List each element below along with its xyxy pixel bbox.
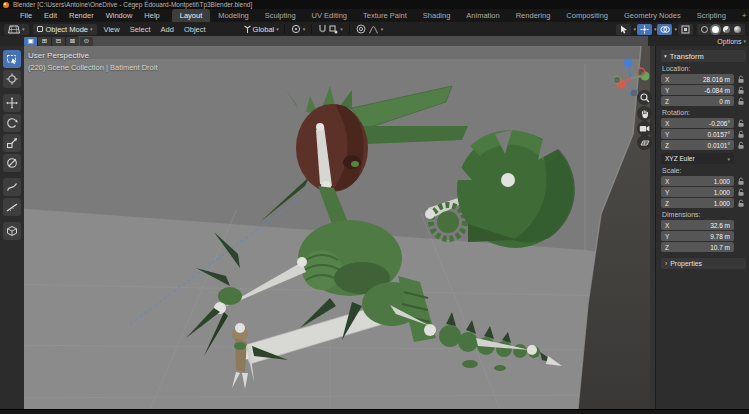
dimensions-label: Dimensions: [662, 211, 746, 218]
lock-icon[interactable] [736, 119, 746, 128]
select-set-button[interactable]: ▣ [24, 37, 37, 46]
topbar: File Edit Render Window Help Layout Mode… [0, 9, 749, 22]
toolbar [0, 46, 24, 409]
viewport-header: ▾ Object Mode ▾ View Select Add Object G… [0, 22, 749, 36]
proportional-editing-toggle[interactable] [356, 24, 366, 34]
selectability-filter-dropdown[interactable] [616, 24, 631, 35]
menu-select[interactable]: Select [130, 25, 151, 34]
mode-dropdown[interactable]: Object Mode ▾ [33, 24, 97, 35]
shading-wireframe-button[interactable] [701, 26, 708, 33]
tab-modeling[interactable]: Modeling [210, 9, 256, 22]
orientation-dropdown[interactable]: Global [253, 25, 275, 34]
dimensions-y-field[interactable]: Y 9.78 m [661, 231, 734, 241]
menu-file[interactable]: File [14, 11, 38, 20]
lock-icon[interactable] [736, 97, 746, 106]
dimensions-x-field[interactable]: X 32.6 m [661, 220, 734, 230]
sidebar-panel: ▾ Transform Location: X 28.016 m Y -6.08… [655, 46, 749, 409]
location-x-field[interactable]: X 28.016 m [661, 74, 734, 84]
gizmo-y-neg-axis[interactable] [613, 76, 621, 84]
tool-rotate[interactable] [3, 114, 21, 132]
menu-view[interactable]: View [104, 25, 120, 34]
tab-uv-editing[interactable]: UV Editing [304, 9, 355, 22]
pan-button[interactable] [637, 106, 652, 121]
pivot-point-dropdown[interactable]: ▾ [291, 24, 306, 34]
editor-type-button[interactable]: ▾ [4, 24, 29, 35]
tab-rendering[interactable]: Rendering [508, 9, 559, 22]
tool-add-cube[interactable] [3, 222, 21, 240]
xray-toggle[interactable] [678, 24, 693, 35]
location-y-field[interactable]: Y -6.084 m [661, 85, 734, 95]
lock-icon[interactable] [736, 130, 746, 139]
menu-object[interactable]: Object [184, 25, 206, 34]
shading-mode-group [697, 24, 745, 35]
tool-options-dropdown[interactable]: Options ▾ [717, 36, 746, 46]
transform-panel-header[interactable]: ▾ Transform [661, 50, 746, 62]
menu-edit[interactable]: Edit [38, 11, 63, 20]
tab-sculpting[interactable]: Sculpting [257, 9, 304, 22]
rotation-x-field[interactable]: X -0.206° [661, 118, 734, 128]
lock-icon[interactable] [736, 75, 746, 84]
rotation-label: Rotation: [662, 109, 746, 116]
lock-icon[interactable] [736, 199, 746, 208]
tab-animation[interactable]: Animation [458, 9, 507, 22]
lock-icon[interactable] [736, 86, 746, 95]
tab-layout[interactable]: Layout [172, 9, 211, 22]
tool-annotate[interactable] [3, 178, 21, 196]
show-gizmo-toggle[interactable] [637, 24, 652, 35]
lock-icon[interactable] [736, 188, 746, 197]
snap-toggle[interactable] [318, 24, 327, 34]
rotation-mode-dropdown[interactable]: XYZ Euler ▾ [661, 153, 734, 164]
location-z-field[interactable]: Z 0 m [661, 96, 734, 106]
snap-settings-dropdown[interactable]: ▾ [329, 25, 343, 34]
shading-rendered-button[interactable] [734, 26, 741, 33]
tool-measure[interactable] [3, 198, 21, 216]
scale-y-field[interactable]: Y 1.000 [661, 187, 734, 197]
lock-icon[interactable] [736, 177, 746, 186]
falloff-curve-icon [368, 25, 379, 34]
tool-settings-bar: ▣ ⊞ ⊟ ⊠ ⊙ Options ▾ [0, 36, 749, 46]
properties-panel-header[interactable]: › Properties [661, 258, 746, 269]
menu-render[interactable]: Render [63, 11, 100, 20]
tool-cursor[interactable] [3, 70, 21, 88]
creature-eye [351, 161, 359, 167]
rotation-y-field[interactable]: Y 0.0157° [661, 129, 734, 139]
show-overlays-toggle[interactable] [657, 24, 672, 35]
menu-add[interactable]: Add [161, 25, 174, 34]
gizmo-x-neg-axis[interactable] [637, 68, 645, 76]
menu-window[interactable]: Window [100, 11, 139, 20]
tool-move[interactable] [3, 94, 21, 112]
perspective-toggle-button[interactable] [637, 135, 652, 150]
rotation-z-field[interactable]: Z 0.0101° [661, 140, 734, 150]
add-workspace-button[interactable]: + [734, 9, 749, 22]
tab-shading[interactable]: Shading [415, 9, 459, 22]
camera-view-button[interactable] [637, 121, 652, 136]
lock-icon[interactable] [736, 141, 746, 150]
tool-box-select[interactable] [3, 50, 21, 68]
scale-z-field[interactable]: Z 1.000 [661, 198, 734, 208]
select-intersect-button[interactable]: ⊙ [80, 37, 93, 46]
dimensions-z-field[interactable]: Z 10.7 m [661, 242, 734, 252]
chevron-down-icon: ▾ [22, 26, 25, 32]
hand-icon [640, 109, 650, 119]
3d-viewport[interactable] [0, 46, 655, 409]
shading-material-button[interactable] [723, 26, 730, 33]
tab-scripting[interactable]: Scripting [689, 9, 734, 22]
select-extend-button[interactable]: ⊞ [38, 37, 51, 46]
falloff-dropdown[interactable]: ▾ [368, 25, 384, 34]
select-invert-button[interactable]: ⊠ [66, 37, 79, 46]
tool-scale[interactable] [3, 134, 21, 152]
tab-geometry-nodes[interactable]: Geometry Nodes [616, 9, 689, 22]
scale-x-field[interactable]: X 1.000 [661, 176, 734, 186]
zoom-button[interactable] [637, 90, 652, 105]
gizmo-z-axis[interactable] [624, 59, 633, 68]
title-bar[interactable]: Blender [C:\Users\Antoine\OneDrive - Cég… [0, 0, 749, 9]
shading-solid-button[interactable] [712, 26, 719, 33]
tab-compositing[interactable]: Compositing [558, 9, 616, 22]
creature-forearm [218, 287, 242, 305]
select-subtract-button[interactable]: ⊟ [52, 37, 65, 46]
proportional-icon [356, 24, 366, 34]
orientation-icon [243, 25, 252, 34]
tool-transform[interactable] [3, 154, 21, 172]
menu-help[interactable]: Help [138, 11, 165, 20]
tab-texture-paint[interactable]: Texture Paint [355, 9, 415, 22]
